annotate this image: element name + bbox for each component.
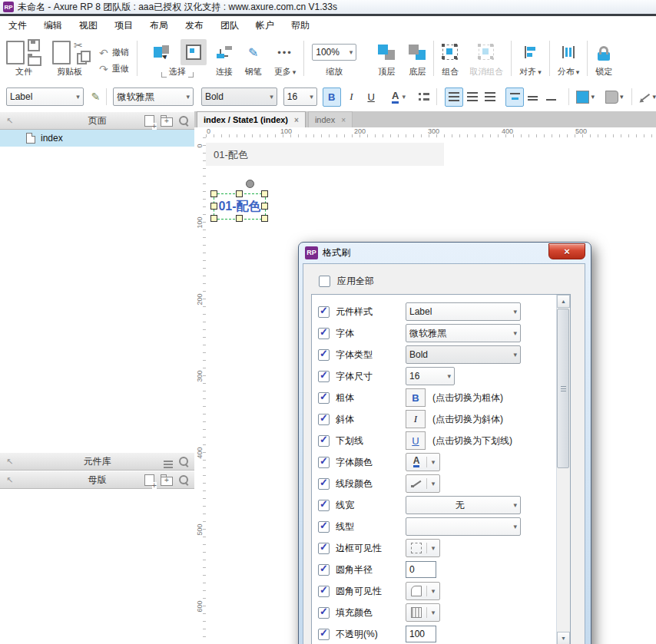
clipboard-group[interactable]: ✂ 剪贴板 — [52, 35, 87, 82]
selection-handle[interactable] — [261, 190, 268, 197]
row-checkbox-边框可见性[interactable] — [318, 543, 330, 554]
menu-item-团队[interactable]: 团队 — [212, 16, 247, 35]
send-back-button[interactable]: 底层 — [409, 35, 426, 82]
menu-icon[interactable] — [164, 461, 173, 462]
select-intersect-button[interactable]: ▲ — [148, 39, 174, 65]
selection-handle[interactable] — [210, 190, 217, 197]
row-select-字体尺寸[interactable]: 16▾ — [406, 367, 455, 385]
row-checkbox-斜体[interactable] — [318, 414, 330, 425]
zoom-select[interactable]: 100% ▾ — [312, 44, 356, 61]
row-checkbox-字体颜色[interactable] — [318, 457, 330, 468]
group-button[interactable]: 组合 — [442, 35, 459, 82]
panel-collapse-icon[interactable]: ↖ — [6, 457, 13, 467]
row-checkbox-线型[interactable] — [318, 521, 330, 533]
align-top-button[interactable] — [505, 88, 524, 107]
add-folder-icon[interactable] — [161, 117, 173, 127]
toggle-斜体[interactable]: I — [406, 410, 426, 428]
tab-close-icon[interactable]: × — [341, 116, 346, 124]
panel-collapse-icon[interactable]: ↖ — [6, 116, 13, 126]
row-checkbox-下划线[interactable] — [318, 435, 330, 447]
dialog-titlebar[interactable]: RP 格式刷 — [299, 243, 591, 263]
align-center-button[interactable] — [463, 88, 482, 107]
row-checkbox-粗体[interactable] — [318, 392, 330, 404]
tab-index-State1-index-[interactable]: index / State1 (index)× — [197, 111, 306, 127]
lock-button[interactable]: 锁定 — [595, 35, 612, 82]
row-select-元件样式[interactable]: Label▾ — [406, 302, 521, 321]
row-select-字体类型[interactable]: Bold▾ — [406, 345, 521, 364]
row-checkbox-线宽[interactable] — [318, 500, 330, 511]
selection-handle[interactable] — [236, 215, 243, 222]
row-checkbox-线段颜色[interactable] — [318, 478, 330, 490]
font-weight-select[interactable]: Bold▾ — [201, 88, 277, 106]
file-group[interactable]: 文件 — [6, 35, 41, 82]
select-contain-button[interactable] — [181, 39, 207, 65]
toggle-粗体[interactable]: B — [406, 388, 426, 407]
add-page-icon[interactable] — [144, 115, 154, 127]
menu-item-布局[interactable]: 布局 — [141, 16, 177, 35]
row-checkbox-字体类型[interactable] — [318, 349, 330, 361]
align-middle-button[interactable] — [524, 88, 542, 107]
line-style-select[interactable]: ▾ — [406, 517, 521, 536]
scrollbar-thumb[interactable] — [557, 309, 569, 468]
row-checkbox-填充颜色[interactable] — [318, 607, 330, 619]
new-file-icon[interactable] — [6, 41, 25, 64]
row-checkbox-不透明(%)[interactable] — [318, 629, 330, 640]
font-color-picker[interactable]: A▾ — [406, 453, 440, 471]
rotate-handle[interactable] — [246, 180, 254, 188]
shadow-button[interactable]: ▾ — [605, 91, 624, 104]
add-folder-icon[interactable] — [161, 477, 173, 486]
scrollbar[interactable]: ▲ ▼ — [556, 295, 570, 644]
menu-item-编辑[interactable]: 编辑 — [35, 16, 71, 35]
row-checkbox-圆角可见性[interactable] — [318, 586, 330, 597]
bullet-list-icon[interactable] — [419, 92, 429, 101]
menu-item-帮助[interactable]: 帮助 — [283, 16, 318, 35]
bold-button[interactable]: B — [323, 88, 341, 107]
bring-front-button[interactable]: 顶层 — [378, 35, 395, 82]
fill-color-picker[interactable]: ▾ — [406, 603, 440, 622]
border-visibility-picker[interactable]: ▾ — [406, 539, 440, 557]
row-select-线宽[interactable]: 无▾ — [406, 496, 521, 514]
font-family-select[interactable]: 微软雅黑▾ — [113, 88, 194, 106]
selection-handle[interactable] — [210, 203, 217, 210]
row-input-圆角半径[interactable]: 0 — [406, 561, 436, 578]
row-checkbox-字体尺寸[interactable] — [318, 371, 330, 382]
search-icon[interactable] — [179, 116, 188, 125]
open-icon[interactable] — [28, 56, 41, 66]
selection-handle[interactable] — [261, 215, 268, 222]
tab-close-icon[interactable]: × — [294, 116, 299, 124]
menu-item-文件[interactable]: 文件 — [0, 16, 35, 35]
menu-item-视图[interactable]: 视图 — [71, 16, 106, 35]
selection-handle[interactable] — [210, 215, 217, 222]
scroll-down-button[interactable]: ▼ — [557, 632, 570, 644]
edit-style-icon[interactable]: ✎ — [91, 91, 101, 103]
widget-style-select[interactable]: Label▾ — [6, 88, 84, 106]
selection-handle[interactable] — [236, 190, 243, 197]
row-select-字体[interactable]: 微软雅黑▾ — [406, 324, 521, 342]
sidebar-item-index[interactable]: index — [0, 130, 194, 147]
menu-item-发布[interactable]: 发布 — [177, 16, 212, 35]
save-icon[interactable] — [28, 39, 40, 51]
corner-visibility-picker[interactable]: ▾ — [406, 582, 440, 600]
line-color-picker[interactable]: ▾ — [406, 474, 440, 493]
italic-button[interactable]: I — [343, 88, 361, 107]
copy-icon[interactable] — [77, 53, 87, 64]
connect-tool[interactable]: 连接 — [216, 35, 233, 82]
align-left-button[interactable] — [445, 88, 463, 107]
redo-button[interactable]: ↷ 重做 — [99, 62, 129, 75]
align-menu[interactable]: 对齐▾ — [519, 35, 542, 82]
line-color-button[interactable]: ▾ — [639, 91, 656, 103]
underline-button[interactable]: U — [362, 88, 380, 107]
menu-item-帐户[interactable]: 帐户 — [247, 16, 283, 35]
fill-color-button[interactable]: ▾ — [576, 91, 595, 104]
apply-all-checkbox[interactable] — [319, 276, 330, 287]
panel-collapse-icon[interactable]: ↖ — [6, 475, 13, 485]
undo-button[interactable]: ↶ 撤销 — [99, 46, 129, 59]
cut-icon[interactable]: ✂ — [74, 40, 87, 51]
add-master-icon[interactable] — [144, 474, 154, 486]
pen-tool[interactable]: ✎ 钢笔 — [245, 35, 262, 82]
align-right-button[interactable] — [482, 88, 500, 107]
row-checkbox-圆角半径[interactable] — [318, 564, 330, 576]
tab-index[interactable]: index× — [308, 111, 353, 127]
search-icon[interactable] — [179, 475, 188, 484]
dialog-close-button[interactable]: × — [548, 243, 585, 259]
